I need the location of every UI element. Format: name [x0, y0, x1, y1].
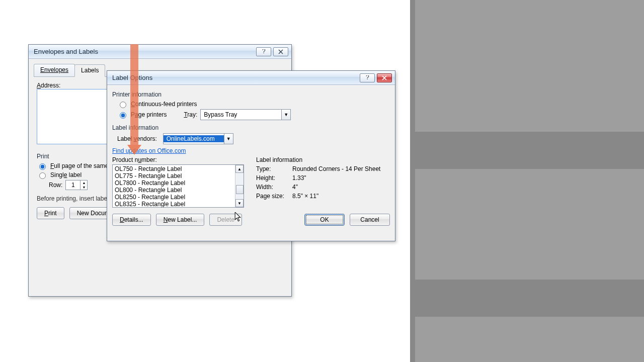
print-button[interactable]: Print: [37, 207, 64, 219]
width-value: 4": [292, 184, 390, 191]
row-input[interactable]: [66, 180, 80, 190]
svg-text:?: ?: [262, 49, 266, 54]
printer-info-title: Printer information: [112, 91, 390, 98]
radio-page-printers[interactable]: Page printers: [117, 111, 167, 119]
scroll-up-button[interactable]: ▲: [235, 165, 244, 173]
product-listbox[interactable]: OL750 - Rectangle LabelOL775 - Rectangle…: [112, 164, 244, 208]
list-item[interactable]: OL8250 - Rectangle Label: [115, 194, 232, 201]
dialog-title: Envelopes and Labels: [34, 48, 254, 55]
close-button[interactable]: [377, 73, 392, 82]
row-stepper[interactable]: ▲▼: [65, 180, 88, 190]
list-item[interactable]: OL750 - Rectangle Label: [115, 165, 232, 172]
tray-label: Tray:: [184, 111, 197, 118]
label-info-title: Label information: [112, 124, 390, 131]
row-label: Row:: [49, 182, 62, 189]
height-label: Height:: [256, 174, 292, 182]
height-value: 1.33": [292, 174, 390, 182]
scroll-down-button[interactable]: ▼: [235, 199, 244, 207]
type-value: Rounded Corners - 14 Per Sheet: [292, 165, 390, 172]
tray-select[interactable]: Bypass Tray ▼: [200, 109, 291, 120]
row-up[interactable]: ▲: [80, 180, 87, 185]
label-info-subtitle: Label information: [256, 156, 390, 163]
dialog-title: Label Options: [112, 74, 358, 81]
chevron-down-icon[interactable]: ▼: [224, 134, 233, 144]
list-item[interactable]: OL7800 - Rectangle Label: [115, 179, 232, 187]
details-button[interactable]: Details...: [112, 214, 151, 226]
svg-text:?: ?: [366, 75, 369, 80]
cancel-button[interactable]: Cancel: [350, 214, 390, 226]
list-item[interactable]: OL775 - Rectangle Label: [115, 172, 232, 179]
ok-button[interactable]: OK: [304, 214, 345, 226]
close-button[interactable]: [273, 47, 288, 56]
type-label: Type:: [256, 165, 292, 172]
help-button[interactable]: ?: [360, 73, 375, 82]
help-button[interactable]: ?: [256, 47, 271, 56]
delete-button: Delete: [209, 214, 242, 226]
chevron-down-icon[interactable]: ▼: [281, 110, 290, 120]
product-number-label: Product number:: [112, 156, 244, 163]
new-label-button[interactable]: New Label...: [156, 214, 205, 226]
tab-labels[interactable]: Labels: [74, 64, 105, 77]
background-panel: [410, 0, 644, 362]
scroll-thumb[interactable]: [236, 185, 244, 194]
page-size-value: 8.5" × 11": [292, 193, 390, 200]
titlebar: Label Options ?: [107, 71, 395, 85]
list-item[interactable]: OL8325 - Rectangle Label: [115, 201, 232, 207]
tab-envelopes[interactable]: Envelopes: [34, 64, 75, 76]
vendors-label: Label vendors:: [117, 135, 157, 142]
list-item[interactable]: OL800 - Rectangle Label: [115, 187, 232, 194]
titlebar: Envelopes and Labels ?: [29, 45, 291, 59]
updates-link[interactable]: Find updates on Office.com: [112, 147, 186, 154]
width-label: Width:: [256, 184, 292, 191]
vendor-select[interactable]: OnlineLabels.com ▼: [163, 133, 233, 144]
scrollbar[interactable]: ▲ ▼: [235, 165, 244, 207]
row-down[interactable]: ▼: [80, 185, 87, 190]
radio-continuous[interactable]: Continuous-feed printers: [117, 100, 390, 108]
tray-value: Bypass Tray: [201, 111, 281, 118]
vendor-value: OnlineLabels.com: [164, 135, 224, 142]
label-options-dialog: Label Options ? Printer information Cont…: [107, 70, 395, 241]
page-size-label: Page size:: [256, 193, 292, 200]
